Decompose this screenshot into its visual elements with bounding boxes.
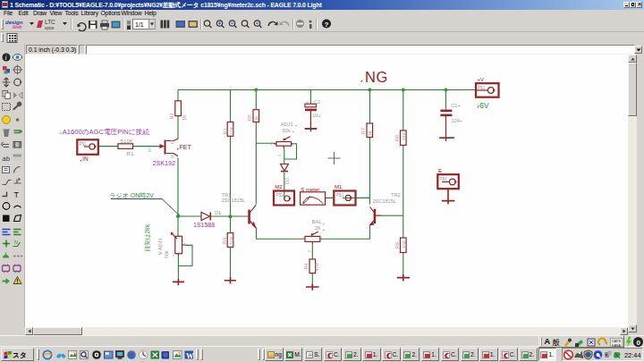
svg-text:10K: 10K (402, 240, 407, 248)
svg-text:P$1: P$1 (276, 193, 284, 198)
svg-text:M1: M1 (335, 184, 343, 189)
svg-text:P$1: P$1 (439, 177, 447, 181)
svg-text:ラジオ ON時2V: ラジオ ON時2V (109, 192, 154, 199)
svg-text:+: + (306, 99, 309, 105)
svg-text:1: 1 (320, 236, 323, 240)
svg-text:3K: 3K (254, 115, 259, 122)
svg-text:↓A1600のAGC電圧PINに接続: ↓A1600のAGC電圧PINに接続 (59, 128, 149, 136)
svg-text:22K: 22K (229, 126, 234, 135)
svg-text:R5: R5 (247, 114, 252, 121)
svg-text:6V: 6V (479, 101, 489, 110)
svg-text:10u: 10u (312, 113, 320, 118)
svg-text:R6: R6 (303, 263, 309, 269)
svg-text:P$1: P$1 (80, 142, 88, 147)
svg-text:N: N (14, 240, 18, 245)
svg-text:NG: NG (365, 69, 388, 85)
svg-text:BAL: BAL (312, 219, 322, 224)
svg-text:R9: R9 (394, 242, 400, 248)
svg-text:R8: R8 (394, 135, 400, 141)
svg-text:IN: IN (82, 156, 89, 162)
svg-text:+: + (323, 222, 326, 226)
svg-text:R1: R1 (127, 150, 134, 156)
svg-text:C1+: C1+ (451, 103, 460, 108)
svg-text:目安は28k: 目安は28k (144, 223, 151, 251)
svg-text:D2: D2 (284, 178, 290, 184)
svg-text:M2: M2 (275, 184, 283, 189)
svg-text:C2: C2 (314, 99, 320, 105)
svg-text:2SK192: 2SK192 (153, 159, 176, 167)
svg-text:i: i (5, 54, 7, 62)
svg-text:+: + (323, 228, 326, 232)
svg-text:TR2: TR2 (391, 192, 401, 198)
svg-text:P$1: P$1 (336, 193, 344, 198)
svg-text:R2: R2 (169, 113, 174, 119)
svg-text:510K: 510K (121, 138, 134, 144)
svg-text:G: G (148, 148, 152, 153)
svg-text:50k: 50k (283, 128, 291, 133)
svg-text:FET: FET (180, 144, 192, 150)
svg-text:R7: R7 (360, 128, 366, 134)
svg-text:ab: ab (3, 154, 10, 162)
svg-text:2: 2 (277, 154, 282, 156)
svg-text:R3: R3 (223, 128, 228, 134)
svg-text:?: ? (325, 21, 329, 29)
svg-text:+: + (295, 123, 298, 128)
svg-text:2K: 2K (315, 225, 321, 231)
svg-text:0: 0 (637, 338, 641, 346)
svg-text:10K: 10K (229, 236, 234, 245)
svg-text:R4: R4 (222, 238, 227, 244)
svg-text:ADJ1: ADJ1 (281, 122, 293, 127)
svg-text:3: 3 (301, 236, 304, 240)
svg-text:spice: spice (45, 26, 55, 30)
svg-text:V-ADJ1: V-ADJ1 (157, 238, 163, 255)
svg-text:E: E (438, 168, 442, 173)
svg-text:2SC1815L: 2SC1815L (373, 198, 396, 204)
svg-text:P$1: P$1 (478, 86, 486, 90)
svg-text:2: 2 (307, 249, 311, 252)
svg-text:470: 470 (314, 263, 319, 271)
svg-text:2SC1815L: 2SC1815L (222, 198, 245, 203)
svg-text:link: link (13, 24, 22, 29)
svg-text:KANA: KANA (612, 344, 621, 348)
svg-text:CAPS: CAPS (612, 340, 621, 343)
svg-text:2: 2 (183, 243, 188, 246)
svg-text:1K: 1K (182, 114, 187, 121)
svg-text:18K: 18K (402, 131, 407, 140)
svg-text:+: + (292, 130, 295, 134)
svg-text:3K: 3K (368, 130, 373, 136)
svg-text:T: T (14, 190, 20, 199)
svg-text:1/1: 1/1 (135, 21, 144, 28)
svg-text:104+: 104+ (452, 118, 463, 123)
svg-text:TR1: TR1 (222, 192, 232, 198)
svg-text:+V: +V (478, 77, 484, 82)
svg-text:50k: 50k (164, 250, 169, 258)
svg-text:LTC: LTC (45, 19, 55, 25)
svg-text:S meter: S meter (301, 187, 319, 192)
svg-text:D: D (171, 140, 174, 145)
svg-text:1S1588: 1S1588 (193, 222, 215, 228)
